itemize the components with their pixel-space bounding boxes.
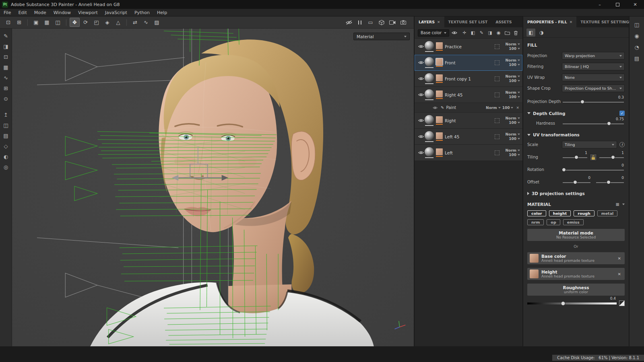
height-slot-button[interactable]: Height Anneli head premade texture ✕	[527, 268, 625, 280]
warp-projection-tool-icon[interactable]: ⊞	[14, 18, 24, 27]
layer-row-practice[interactable]: Practice Norm 100	[415, 39, 522, 55]
layer-opacity[interactable]: 100	[509, 79, 520, 83]
projection-tool-icon[interactable]: ⊡	[1, 52, 11, 62]
add-mask-icon[interactable]: ◧	[469, 29, 476, 37]
layer-opacity[interactable]: 100	[509, 137, 520, 141]
rotation-slider[interactable]: 0	[562, 167, 625, 173]
layer-row-front[interactable]: Front Norm 100	[415, 55, 522, 71]
symmetry-setup-icon[interactable]: ◫	[53, 18, 63, 27]
layer-row-right-45[interactable]: Right 45 Norm 100	[415, 87, 522, 103]
roughness-slider[interactable]: 0.4	[527, 300, 617, 307]
projection-dropdown[interactable]: Warp projection	[562, 52, 625, 60]
menu-javascript[interactable]: JavaScript	[101, 9, 131, 16]
minimize-button[interactable]: –	[591, 0, 609, 9]
tab-layers[interactable]: LAYERS ✕	[415, 16, 444, 27]
add-paint-layer-icon[interactable]: ✎	[478, 29, 485, 37]
layer-blend-mode[interactable]: Norm	[505, 58, 520, 62]
maximize-button[interactable]	[609, 0, 626, 9]
camera-icon[interactable]	[387, 18, 397, 27]
tab-texture-set-settings[interactable]: TEXTURE SET SETTINGS	[576, 16, 636, 27]
layer-opacity[interactable]: 100	[509, 95, 520, 99]
hardness-slider[interactable]: 0.75	[562, 120, 625, 127]
tiling-lock-icon[interactable]	[590, 154, 597, 161]
slider-knob[interactable]	[562, 168, 566, 172]
layer-blend-mode[interactable]: Norm	[505, 116, 520, 120]
scale-gizmo-icon[interactable]: ◰	[91, 18, 101, 27]
export-icon[interactable]: ↥	[1, 110, 11, 119]
transform-tool-icon[interactable]: ⊡	[3, 18, 13, 27]
layer-row-right[interactable]: Right Norm 100	[415, 113, 522, 129]
smudge-tool-icon[interactable]: ∿	[1, 73, 11, 82]
slider-knob[interactable]	[574, 155, 578, 159]
perspective-cube-icon[interactable]	[376, 18, 386, 27]
mask-panel-icon[interactable]: ◐	[1, 152, 11, 161]
uv-projection-icon[interactable]: ▦	[42, 18, 52, 27]
viewport-3d-scene[interactable]	[12, 29, 414, 346]
offset-v-slider[interactable]: 0	[595, 179, 625, 185]
layer-visibility-eye-icon[interactable]	[417, 93, 425, 97]
slider-knob[interactable]	[573, 180, 577, 184]
layer-blend-mode[interactable]: Norm	[505, 74, 520, 78]
menu-python[interactable]: Python	[131, 9, 153, 16]
layer-visibility-eye-icon[interactable]	[417, 61, 425, 64]
mirror-icon[interactable]: ⇄	[130, 18, 140, 27]
scene-panel-icon[interactable]: ◇	[1, 141, 11, 151]
channel-height-toggle[interactable]: height	[549, 210, 571, 216]
slider-knob[interactable]	[607, 121, 611, 125]
viewport-display-icon[interactable]: ▭	[365, 18, 376, 27]
3d-viewport[interactable]: Material	[12, 29, 414, 346]
menu-mode[interactable]: Mode	[31, 9, 50, 16]
shader-settings-icon[interactable]: ◉	[632, 31, 642, 41]
move-gizmo-icon[interactable]: ✥	[70, 18, 80, 27]
fill-properties-icon[interactable]: ◧	[526, 29, 535, 37]
menu-edit[interactable]: Edit	[14, 9, 30, 16]
layer-blend-mode[interactable]: Norm	[505, 90, 520, 95]
roughness-knob[interactable]	[561, 301, 565, 306]
offset-u-slider[interactable]: 0	[562, 179, 591, 185]
clone-tool-icon[interactable]: ⊞	[1, 83, 11, 93]
tab-texture-set-list[interactable]: TEXTURE SET LIST	[444, 16, 492, 27]
menu-window[interactable]: Window	[50, 9, 74, 16]
settings-panel-icon[interactable]: ◎	[1, 162, 11, 172]
pause-engine-icon[interactable]	[355, 18, 365, 27]
layer-blend-mode[interactable]: Norm	[505, 148, 520, 152]
tiling-u-slider[interactable]: 1	[562, 154, 588, 160]
layer-visibility-eye-icon[interactable]	[417, 45, 425, 48]
tab-assets[interactable]: ASSETS	[491, 16, 516, 27]
shelf-panel-icon[interactable]: ▤	[1, 131, 11, 140]
layer-opacity[interactable]: 100	[509, 63, 520, 67]
log-icon[interactable]: ▤	[632, 53, 642, 63]
channel-selector-dropdown[interactable]: Base color	[418, 29, 449, 37]
slider-knob[interactable]	[607, 180, 611, 184]
history-icon[interactable]: ◔	[632, 42, 642, 52]
layer-blend-mode[interactable]: Norm	[505, 132, 520, 136]
channel-emiss-toggle[interactable]: emiss	[563, 219, 584, 225]
roughness-gradient-icon[interactable]	[619, 300, 625, 306]
depth-culling-checkbox[interactable]: ✓	[619, 111, 625, 116]
base-color-slot-button[interactable]: Base color Anneli head premade texture ✕	[527, 252, 625, 264]
uv-wrap-dropdown[interactable]: None	[562, 74, 625, 81]
paint-tool-icon[interactable]: ✎	[1, 31, 11, 41]
layer-visibility-eye-icon[interactable]	[417, 77, 425, 80]
filtering-dropdown[interactable]: Bilinear | HQ	[562, 63, 625, 70]
hide-ui-icon[interactable]	[344, 18, 354, 27]
display-panel-icon[interactable]: ◫	[1, 120, 11, 130]
stencil-icon[interactable]: ▨	[152, 18, 162, 27]
remove-height-icon[interactable]: ✕	[617, 272, 622, 276]
slider-knob[interactable]	[611, 155, 615, 159]
3d-projection-settings-header[interactable]: 3D projection settings	[527, 191, 625, 196]
material-mode-button[interactable]: Material mode No Resource Selected	[527, 229, 625, 241]
layer-row-front-copy-1[interactable]: Front copy 1 Norm 100	[415, 71, 522, 87]
layer-opacity[interactable]: 100	[509, 153, 520, 157]
tab-close-icon[interactable]: ✕	[437, 20, 440, 24]
info-icon[interactable]: i	[619, 142, 625, 147]
layer-visibility-eye-icon[interactable]	[417, 151, 425, 154]
close-button[interactable]: ✕	[626, 0, 644, 9]
paint-effect-close-icon[interactable]: ✕	[516, 106, 519, 110]
shape-crop-dropdown[interactable]: Projection Cropped to Shape	[562, 84, 625, 92]
channel-rough-toggle[interactable]: rough	[574, 210, 594, 216]
display-settings-icon[interactable]: ◫	[632, 20, 642, 29]
polygon-fill-tool-icon[interactable]: ▦	[1, 62, 11, 72]
material-properties-icon[interactable]: ◑	[537, 29, 546, 37]
lazy-mouse-icon[interactable]: ∿	[141, 18, 151, 27]
